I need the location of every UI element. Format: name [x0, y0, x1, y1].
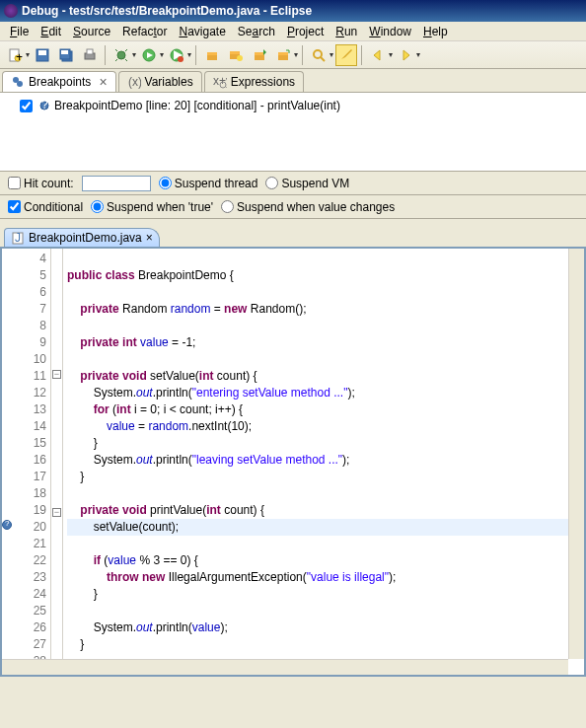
code-line[interactable]: private Random random = new Random();	[67, 301, 584, 318]
breakpoint-checkbox[interactable]	[20, 100, 33, 112]
toolbar-separator	[361, 45, 363, 65]
dropdown-icon[interactable]: ▾	[389, 50, 393, 59]
run-button[interactable]	[138, 44, 160, 66]
suspend-thread-option[interactable]: Suspend thread	[159, 177, 258, 190]
code-line[interactable]: throw new IllegalArgumentException("valu…	[67, 569, 584, 586]
hit-count-input[interactable]	[82, 176, 151, 191]
dropdown-icon[interactable]: ▾	[187, 50, 191, 59]
breakpoint-item[interactable]: ? BreakpointDemo [line: 20] [conditional…	[8, 97, 578, 114]
code-line[interactable]: System.out.println("entering setValue me…	[67, 385, 584, 401]
breakpoint-marker-icon[interactable]	[2, 520, 12, 530]
menu-window[interactable]: Window	[363, 23, 417, 40]
dropdown-icon[interactable]: ▾	[294, 50, 298, 59]
suspend-change-option[interactable]: Suspend when value changes	[221, 200, 395, 214]
editor-tab-label: BreakpointDemo.java	[29, 231, 142, 245]
debug-button[interactable]	[110, 44, 132, 66]
line-number: 21	[14, 536, 46, 552]
tab-variables[interactable]: (x)= Variables	[118, 71, 202, 92]
svg-text:?: ?	[41, 100, 48, 111]
svg-rect-29	[278, 55, 288, 60]
code-line[interactable]: public class BreakpointDemo {	[67, 267, 584, 284]
suspend-change-label: Suspend when value changes	[237, 200, 395, 214]
dropdown-icon[interactable]: ▾	[26, 50, 30, 59]
code-content[interactable]: public class BreakpointDemo { private Ra…	[63, 249, 584, 675]
marker-column	[2, 249, 14, 675]
close-icon[interactable]: ×	[99, 77, 107, 87]
code-line[interactable]	[67, 251, 584, 267]
code-line[interactable]	[67, 351, 584, 368]
tab-breakpoints[interactable]: Breakpoints ×	[2, 71, 116, 92]
breakpoint-label: BreakpointDemo [line: 20] [conditional] …	[54, 99, 340, 112]
code-line[interactable]	[67, 603, 584, 619]
menu-file[interactable]: File	[4, 23, 35, 40]
suspend-true-label: Suspend when 'true'	[107, 200, 213, 214]
hit-count-checkbox[interactable]	[8, 177, 21, 189]
menu-run[interactable]: Run	[330, 23, 363, 40]
menu-search[interactable]: Search	[232, 23, 281, 40]
code-line[interactable]: for (int i = 0; i < count; i++) {	[67, 401, 584, 418]
dropdown-icon[interactable]: ▾	[416, 50, 420, 59]
forward-button[interactable]	[395, 44, 416, 66]
dropdown-icon[interactable]: ▾	[330, 50, 333, 59]
vertical-scrollbar[interactable]	[568, 249, 584, 659]
svg-point-30	[314, 50, 322, 58]
dropdown-icon[interactable]: ▾	[160, 50, 164, 59]
conditional-option[interactable]: Conditional	[8, 200, 83, 214]
code-line[interactable]: private void setValue(int count) {	[67, 368, 584, 385]
close-icon[interactable]: ×	[146, 231, 153, 245]
svg-rect-20	[207, 52, 217, 55]
code-line[interactable]: System.out.println("leaving setValue met…	[67, 452, 584, 469]
line-number: 24	[14, 586, 46, 603]
menu-navigate[interactable]: Navigate	[173, 23, 231, 40]
menu-help[interactable]: Help	[417, 23, 454, 40]
code-line[interactable]: private int value = -1;	[67, 334, 584, 351]
suspend-change-radio[interactable]	[221, 200, 234, 213]
code-line[interactable]: setValue(count);	[67, 519, 584, 536]
new-button[interactable]: +	[4, 44, 26, 66]
back-button[interactable]	[367, 44, 389, 66]
code-line[interactable]	[67, 284, 584, 301]
new-package-button[interactable]	[201, 44, 223, 66]
save-button[interactable]	[32, 44, 53, 66]
code-line[interactable]: System.out.println(value);	[67, 619, 584, 636]
menu-edit[interactable]: Edit	[35, 23, 67, 40]
new-class-button[interactable]	[225, 44, 247, 66]
code-line[interactable]: }	[67, 469, 584, 485]
code-line[interactable]: }	[67, 435, 584, 452]
horizontal-scrollbar[interactable]	[2, 659, 568, 675]
code-line[interactable]: value = random.nextInt(10);	[67, 418, 584, 435]
code-line[interactable]	[67, 536, 584, 552]
menu-refactor[interactable]: Refactor	[116, 23, 173, 40]
save-all-button[interactable]	[55, 44, 77, 66]
code-line[interactable]: }	[67, 586, 584, 603]
tab-expressions[interactable]: x+y Expressions	[204, 71, 304, 92]
open-type-button[interactable]	[249, 44, 270, 66]
code-line[interactable]: private void printValue(int count) {	[67, 502, 584, 519]
suspend-true-radio[interactable]	[91, 200, 104, 213]
hit-count-option[interactable]: Hit count:	[8, 177, 74, 190]
code-line[interactable]	[67, 318, 584, 334]
code-line[interactable]: }	[67, 636, 584, 653]
run-last-button[interactable]: ▶	[166, 44, 187, 66]
suspend-vm-option[interactable]: Suspend VM	[265, 177, 349, 190]
fold-toggle-icon[interactable]: −	[52, 508, 61, 517]
code-line[interactable]	[67, 485, 584, 502]
open-resource-button[interactable]	[272, 44, 294, 66]
line-number: 16	[14, 452, 46, 469]
line-number: 11	[14, 368, 46, 385]
conditional-checkbox[interactable]	[8, 200, 21, 213]
code-editor[interactable]: 4567891011121314151617181920212223242526…	[0, 247, 586, 677]
toggle-mark-button[interactable]	[335, 44, 357, 66]
suspend-thread-radio[interactable]	[159, 177, 172, 189]
fold-toggle-icon[interactable]: −	[52, 370, 61, 379]
print-button[interactable]	[79, 44, 101, 66]
menu-source[interactable]: Source	[67, 23, 116, 40]
dropdown-icon[interactable]: ▾	[132, 50, 136, 59]
code-line[interactable]: if (value % 3 == 0) {	[67, 552, 584, 569]
suspend-true-option[interactable]: Suspend when 'true'	[91, 200, 213, 214]
editor-tab[interactable]: J BreakpointDemo.java ×	[4, 228, 160, 247]
suspend-vm-radio[interactable]	[265, 177, 278, 189]
menu-project[interactable]: Project	[281, 23, 330, 40]
search-button[interactable]	[308, 44, 330, 66]
svg-rect-26	[255, 55, 264, 60]
